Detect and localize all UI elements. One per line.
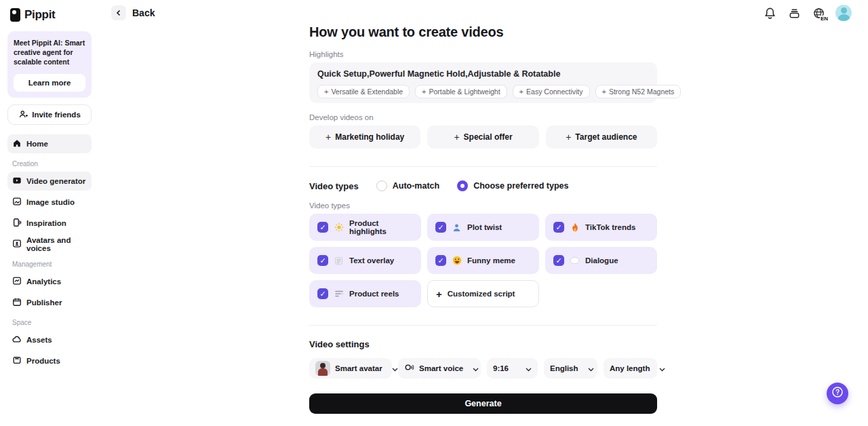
develop-option-label: Special offer (464, 132, 513, 142)
video-type-plot-twist[interactable]: ✓ Plot twist (427, 214, 539, 241)
radio-label: Choose preferred types (473, 181, 568, 191)
sidebar-item-label: Inspiration (26, 219, 66, 227)
marketing-holiday-button[interactable]: +Marketing holiday (309, 125, 420, 149)
video-types-header: Video types Auto-match Choose preferred … (309, 180, 657, 191)
plus-icon: + (454, 132, 459, 142)
brand-logo[interactable]: Pippit (7, 5, 96, 31)
grid-empty-cell (545, 280, 657, 307)
radio-choose-preferred-types[interactable]: Choose preferred types (457, 180, 568, 191)
sidebar-item-image-studio[interactable]: Image studio (7, 193, 92, 212)
speech-oval-icon (570, 256, 580, 266)
avatar-thumbnail (315, 361, 330, 376)
text-doc-icon (334, 256, 344, 266)
suggestion-chip-connectivity[interactable]: +Easy Connectivity (513, 85, 590, 98)
customized-script-button[interactable]: + Customized script (427, 280, 539, 307)
sidebar-item-assets[interactable]: Assets (7, 330, 92, 349)
sidebar-item-home[interactable]: Home (7, 134, 92, 153)
help-button[interactable] (827, 383, 848, 404)
checkbox-checked-icon[interactable]: ✓ (435, 255, 446, 266)
suggestion-chip-versatile[interactable]: +Versatile & Extendable (317, 85, 410, 98)
checkbox-checked-icon[interactable]: ✓ (553, 255, 564, 266)
radio-auto-match[interactable]: Auto-match (376, 180, 439, 191)
inbox-icon[interactable] (787, 5, 802, 20)
invite-friends-label: Invite friends (32, 111, 81, 119)
video-type-text-overlay[interactable]: ✓ Text overlay (309, 247, 421, 274)
video-type-dialogue[interactable]: ✓ Dialogue (545, 247, 657, 274)
sidebar-item-label: Assets (26, 336, 52, 344)
video-type-product-highlights[interactable]: ✓ Product highlights (309, 214, 421, 241)
checkbox-checked-icon[interactable]: ✓ (435, 222, 446, 233)
length-dropdown[interactable]: Any length (604, 358, 657, 379)
special-offer-button[interactable]: +Special offer (427, 125, 538, 149)
plus-icon: + (602, 88, 606, 96)
person-icon (452, 222, 462, 233)
smart-voice-dropdown[interactable]: Smart voice (398, 358, 481, 379)
sidebar-item-publisher[interactable]: Publisher (7, 293, 92, 312)
chip-label: Easy Connectivity (526, 88, 583, 96)
sidebar-item-video-generator[interactable]: Video generator (7, 172, 92, 191)
promo-card: Meet Pippit AI: Smart creative agent for… (7, 31, 92, 98)
checkbox-checked-icon[interactable]: ✓ (317, 288, 328, 299)
home-icon (12, 138, 22, 149)
analytics-icon (12, 276, 22, 287)
user-avatar[interactable] (835, 5, 852, 21)
bell-icon[interactable] (762, 5, 777, 20)
highlights-input[interactable]: Quick Setup,Powerful Magnetic Hold,Adjus… (309, 62, 657, 103)
develop-option-label: Target audience (575, 132, 637, 142)
video-settings-title: Video settings (309, 339, 657, 349)
globe-language-icon[interactable]: EN (811, 5, 826, 20)
section-label-space: Space (12, 319, 96, 326)
video-type-tiktok-trends[interactable]: ✓ TikTok trends (545, 214, 657, 241)
plus-icon: + (519, 88, 524, 96)
video-type-label: Plot twist (467, 223, 502, 231)
chevron-left-icon (115, 8, 122, 18)
video-type-label: Product highlights (349, 219, 413, 235)
sidebar: Pippit Meet Pippit AI: Smart creative ag… (0, 0, 102, 426)
dropdown-value: English (550, 364, 578, 372)
develop-options: +Marketing holiday +Special offer +Targe… (309, 125, 657, 149)
image-icon (12, 197, 22, 208)
sidebar-item-avatars-and-voices[interactable]: Avatars and voices (7, 235, 92, 254)
plus-icon: + (566, 132, 571, 142)
invite-friends-button[interactable]: Invite friends (7, 104, 92, 125)
chip-label: Portable & Lightweight (429, 88, 500, 96)
cloud-icon (12, 334, 22, 345)
suggestion-chip-magnets[interactable]: +Strong N52 Magnets (595, 85, 682, 98)
checkbox-checked-icon[interactable]: ✓ (553, 222, 564, 233)
section-label-management: Management (12, 260, 96, 268)
dropdown-value: Any length (610, 364, 650, 372)
divider (309, 166, 657, 167)
generate-button[interactable]: Generate (309, 393, 657, 414)
video-types-sublabel: Video types (309, 201, 657, 210)
checkbox-checked-icon[interactable]: ✓ (317, 222, 328, 233)
video-type-label: Dialogue (585, 256, 618, 265)
sidebar-item-analytics[interactable]: Analytics (7, 272, 92, 291)
sidebar-item-label: Publisher (26, 298, 62, 307)
sidebar-nav: Home Creation Video generator Image stud… (7, 134, 96, 370)
promo-text: Meet Pippit AI: Smart creative agent for… (14, 38, 85, 67)
aspect-ratio-dropdown[interactable]: 9:16 (487, 358, 538, 379)
sidebar-item-inspiration[interactable]: Inspiration (7, 214, 92, 233)
checkbox-checked-icon[interactable]: ✓ (317, 255, 328, 266)
plus-icon: + (436, 288, 442, 300)
back-button[interactable] (111, 5, 126, 20)
target-audience-button[interactable]: +Target audience (546, 125, 657, 149)
video-type-funny-meme[interactable]: ✓ Funny meme (427, 247, 539, 274)
sidebar-item-label: Home (26, 140, 48, 148)
video-type-product-reels[interactable]: ✓ Product reels (309, 280, 421, 307)
video-type-label: Text overlay (349, 256, 394, 265)
video-type-label: Product reels (349, 290, 399, 298)
chevron-down-icon (473, 362, 479, 374)
learn-more-button[interactable]: Learn more (14, 74, 85, 92)
sidebar-item-products[interactable]: Products (7, 351, 92, 370)
box-icon (12, 355, 22, 366)
language-dropdown[interactable]: English (544, 358, 597, 379)
suggestion-chip-portable[interactable]: +Portable & Lightweight (415, 85, 507, 98)
chevron-down-icon (588, 362, 594, 374)
video-type-label: TikTok trends (585, 223, 635, 231)
brand-name: Pippit (24, 8, 55, 22)
dropdown-value: 9:16 (493, 364, 509, 372)
smart-avatar-dropdown[interactable]: Smart avatar (309, 358, 392, 379)
highlights-value: Quick Setup,Powerful Magnetic Hold,Adjus… (317, 69, 649, 79)
plus-icon: + (326, 132, 331, 142)
